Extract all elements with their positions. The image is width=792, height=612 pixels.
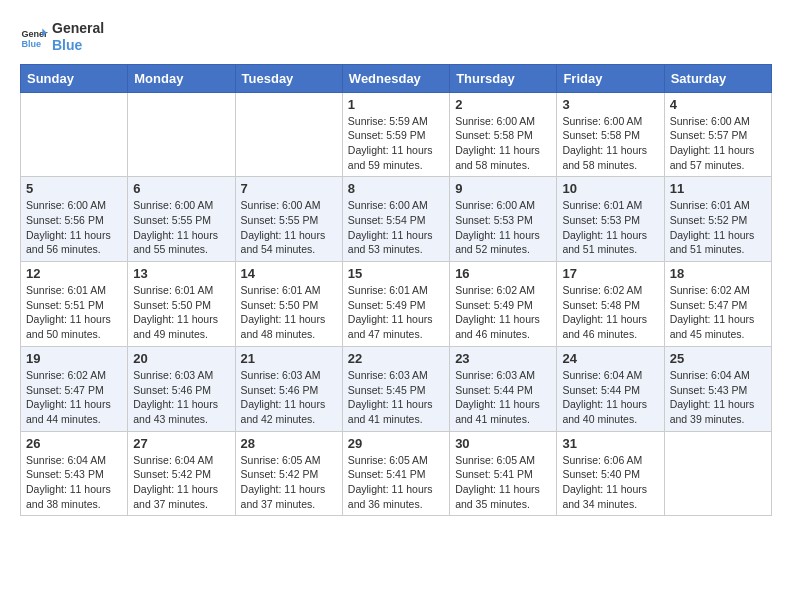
day-number: 24	[562, 351, 658, 366]
calendar-cell: 11Sunrise: 6:01 AMSunset: 5:52 PMDayligh…	[664, 177, 771, 262]
day-number: 23	[455, 351, 551, 366]
day-info: Sunrise: 6:00 AMSunset: 5:58 PMDaylight:…	[562, 114, 658, 173]
day-number: 13	[133, 266, 229, 281]
day-number: 8	[348, 181, 444, 196]
day-info: Sunrise: 6:02 AMSunset: 5:47 PMDaylight:…	[670, 283, 766, 342]
weekday-header-thursday: Thursday	[450, 64, 557, 92]
day-number: 19	[26, 351, 122, 366]
day-info: Sunrise: 6:00 AMSunset: 5:55 PMDaylight:…	[241, 198, 337, 257]
calendar-cell: 5Sunrise: 6:00 AMSunset: 5:56 PMDaylight…	[21, 177, 128, 262]
day-info: Sunrise: 6:01 AMSunset: 5:50 PMDaylight:…	[133, 283, 229, 342]
weekday-header-saturday: Saturday	[664, 64, 771, 92]
day-info: Sunrise: 6:04 AMSunset: 5:42 PMDaylight:…	[133, 453, 229, 512]
day-number: 6	[133, 181, 229, 196]
calendar-cell	[664, 431, 771, 516]
calendar-cell	[235, 92, 342, 177]
day-number: 31	[562, 436, 658, 451]
day-info: Sunrise: 6:00 AMSunset: 5:58 PMDaylight:…	[455, 114, 551, 173]
day-number: 17	[562, 266, 658, 281]
day-info: Sunrise: 6:00 AMSunset: 5:57 PMDaylight:…	[670, 114, 766, 173]
calendar-cell: 8Sunrise: 6:00 AMSunset: 5:54 PMDaylight…	[342, 177, 449, 262]
calendar-cell: 30Sunrise: 6:05 AMSunset: 5:41 PMDayligh…	[450, 431, 557, 516]
calendar-cell	[128, 92, 235, 177]
weekday-header-sunday: Sunday	[21, 64, 128, 92]
day-info: Sunrise: 6:03 AMSunset: 5:45 PMDaylight:…	[348, 368, 444, 427]
logo: General Blue General Blue	[20, 20, 104, 54]
calendar-cell: 24Sunrise: 6:04 AMSunset: 5:44 PMDayligh…	[557, 346, 664, 431]
general-blue-icon: General Blue	[20, 23, 48, 51]
day-number: 27	[133, 436, 229, 451]
calendar-cell: 31Sunrise: 6:06 AMSunset: 5:40 PMDayligh…	[557, 431, 664, 516]
calendar-cell: 29Sunrise: 6:05 AMSunset: 5:41 PMDayligh…	[342, 431, 449, 516]
day-info: Sunrise: 6:05 AMSunset: 5:42 PMDaylight:…	[241, 453, 337, 512]
day-number: 30	[455, 436, 551, 451]
week-row-1: 5Sunrise: 6:00 AMSunset: 5:56 PMDaylight…	[21, 177, 772, 262]
day-info: Sunrise: 6:01 AMSunset: 5:52 PMDaylight:…	[670, 198, 766, 257]
day-number: 2	[455, 97, 551, 112]
calendar-cell: 16Sunrise: 6:02 AMSunset: 5:49 PMDayligh…	[450, 262, 557, 347]
day-number: 5	[26, 181, 122, 196]
day-number: 21	[241, 351, 337, 366]
day-info: Sunrise: 6:00 AMSunset: 5:56 PMDaylight:…	[26, 198, 122, 257]
calendar-cell: 2Sunrise: 6:00 AMSunset: 5:58 PMDaylight…	[450, 92, 557, 177]
day-number: 11	[670, 181, 766, 196]
calendar-cell: 13Sunrise: 6:01 AMSunset: 5:50 PMDayligh…	[128, 262, 235, 347]
week-row-0: 1Sunrise: 5:59 AMSunset: 5:59 PMDaylight…	[21, 92, 772, 177]
calendar-cell: 26Sunrise: 6:04 AMSunset: 5:43 PMDayligh…	[21, 431, 128, 516]
day-info: Sunrise: 5:59 AMSunset: 5:59 PMDaylight:…	[348, 114, 444, 173]
day-number: 12	[26, 266, 122, 281]
day-info: Sunrise: 6:04 AMSunset: 5:44 PMDaylight:…	[562, 368, 658, 427]
calendar-cell: 10Sunrise: 6:01 AMSunset: 5:53 PMDayligh…	[557, 177, 664, 262]
calendar-cell: 21Sunrise: 6:03 AMSunset: 5:46 PMDayligh…	[235, 346, 342, 431]
logo-text-general: General	[52, 20, 104, 37]
calendar-cell: 7Sunrise: 6:00 AMSunset: 5:55 PMDaylight…	[235, 177, 342, 262]
day-info: Sunrise: 6:03 AMSunset: 5:46 PMDaylight:…	[241, 368, 337, 427]
calendar-cell: 14Sunrise: 6:01 AMSunset: 5:50 PMDayligh…	[235, 262, 342, 347]
calendar-cell: 3Sunrise: 6:00 AMSunset: 5:58 PMDaylight…	[557, 92, 664, 177]
weekday-header-wednesday: Wednesday	[342, 64, 449, 92]
calendar-cell: 22Sunrise: 6:03 AMSunset: 5:45 PMDayligh…	[342, 346, 449, 431]
week-row-4: 26Sunrise: 6:04 AMSunset: 5:43 PMDayligh…	[21, 431, 772, 516]
header: General Blue General Blue	[20, 20, 772, 54]
calendar-cell	[21, 92, 128, 177]
day-info: Sunrise: 6:04 AMSunset: 5:43 PMDaylight:…	[670, 368, 766, 427]
day-number: 10	[562, 181, 658, 196]
calendar: SundayMondayTuesdayWednesdayThursdayFrid…	[20, 64, 772, 517]
day-info: Sunrise: 6:02 AMSunset: 5:48 PMDaylight:…	[562, 283, 658, 342]
day-info: Sunrise: 6:03 AMSunset: 5:46 PMDaylight:…	[133, 368, 229, 427]
day-info: Sunrise: 6:01 AMSunset: 5:49 PMDaylight:…	[348, 283, 444, 342]
week-row-2: 12Sunrise: 6:01 AMSunset: 5:51 PMDayligh…	[21, 262, 772, 347]
calendar-cell: 17Sunrise: 6:02 AMSunset: 5:48 PMDayligh…	[557, 262, 664, 347]
day-number: 18	[670, 266, 766, 281]
calendar-cell: 12Sunrise: 6:01 AMSunset: 5:51 PMDayligh…	[21, 262, 128, 347]
calendar-cell: 18Sunrise: 6:02 AMSunset: 5:47 PMDayligh…	[664, 262, 771, 347]
day-info: Sunrise: 6:00 AMSunset: 5:54 PMDaylight:…	[348, 198, 444, 257]
day-info: Sunrise: 6:06 AMSunset: 5:40 PMDaylight:…	[562, 453, 658, 512]
day-number: 22	[348, 351, 444, 366]
day-info: Sunrise: 6:01 AMSunset: 5:51 PMDaylight:…	[26, 283, 122, 342]
calendar-cell: 9Sunrise: 6:00 AMSunset: 5:53 PMDaylight…	[450, 177, 557, 262]
day-info: Sunrise: 6:03 AMSunset: 5:44 PMDaylight:…	[455, 368, 551, 427]
day-info: Sunrise: 6:04 AMSunset: 5:43 PMDaylight:…	[26, 453, 122, 512]
day-info: Sunrise: 6:05 AMSunset: 5:41 PMDaylight:…	[348, 453, 444, 512]
day-info: Sunrise: 6:02 AMSunset: 5:49 PMDaylight:…	[455, 283, 551, 342]
calendar-cell: 19Sunrise: 6:02 AMSunset: 5:47 PMDayligh…	[21, 346, 128, 431]
day-number: 7	[241, 181, 337, 196]
week-row-3: 19Sunrise: 6:02 AMSunset: 5:47 PMDayligh…	[21, 346, 772, 431]
weekday-header-tuesday: Tuesday	[235, 64, 342, 92]
day-number: 26	[26, 436, 122, 451]
calendar-cell: 15Sunrise: 6:01 AMSunset: 5:49 PMDayligh…	[342, 262, 449, 347]
weekday-header-friday: Friday	[557, 64, 664, 92]
calendar-cell: 4Sunrise: 6:00 AMSunset: 5:57 PMDaylight…	[664, 92, 771, 177]
weekday-header-monday: Monday	[128, 64, 235, 92]
day-info: Sunrise: 6:00 AMSunset: 5:53 PMDaylight:…	[455, 198, 551, 257]
day-info: Sunrise: 6:01 AMSunset: 5:50 PMDaylight:…	[241, 283, 337, 342]
day-number: 29	[348, 436, 444, 451]
day-info: Sunrise: 6:01 AMSunset: 5:53 PMDaylight:…	[562, 198, 658, 257]
calendar-cell: 1Sunrise: 5:59 AMSunset: 5:59 PMDaylight…	[342, 92, 449, 177]
calendar-cell: 23Sunrise: 6:03 AMSunset: 5:44 PMDayligh…	[450, 346, 557, 431]
logo-text-blue: Blue	[52, 37, 104, 54]
weekday-header-row: SundayMondayTuesdayWednesdayThursdayFrid…	[21, 64, 772, 92]
calendar-cell: 27Sunrise: 6:04 AMSunset: 5:42 PMDayligh…	[128, 431, 235, 516]
day-number: 1	[348, 97, 444, 112]
